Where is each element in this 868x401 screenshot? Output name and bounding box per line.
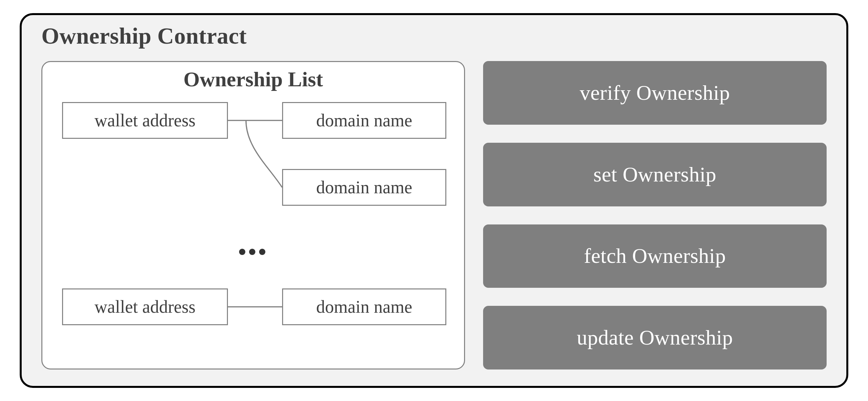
domain-name-box: domain name [282,102,446,139]
domain-name-box: domain name [282,169,446,206]
ellipsis-icon: ••• [42,240,464,264]
verify-ownership-button[interactable]: verify Ownership [483,61,827,125]
set-ownership-button[interactable]: set Ownership [483,143,827,206]
fetch-ownership-button[interactable]: fetch Ownership [483,225,827,288]
ownership-contract-box: Ownership Contract Ownership List wallet… [20,13,848,388]
contract-title: Ownership Contract [41,23,247,49]
update-ownership-button[interactable]: update Ownership [483,306,827,369]
ownership-list-panel: Ownership List wallet address domain nam… [41,61,465,369]
ownership-list-body: wallet address domain name domain name •… [42,98,464,369]
ownership-list-title: Ownership List [42,67,464,92]
actions-column: verify Ownership set Ownership fetch Own… [483,61,827,369]
domain-name-box: domain name [282,289,446,325]
wallet-address-box: wallet address [62,102,228,139]
contract-content-row: Ownership List wallet address domain nam… [41,61,827,369]
wallet-address-box: wallet address [62,289,228,325]
diagram-canvas: Ownership Contract Ownership List wallet… [0,0,868,401]
